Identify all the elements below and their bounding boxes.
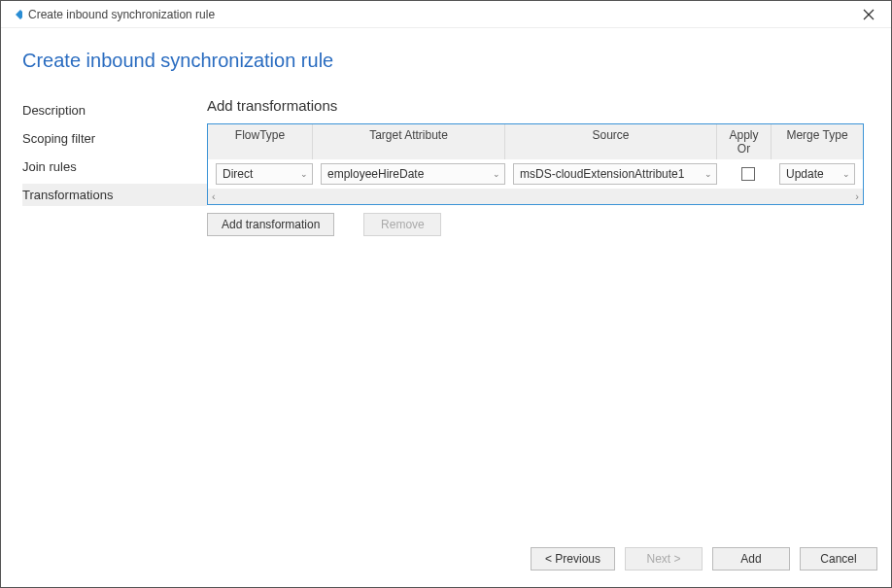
add-button[interactable]: Add — [712, 547, 790, 571]
previous-button[interactable]: < Previous — [531, 547, 615, 571]
chevron-down-icon: ⌄ — [704, 169, 712, 179]
page-title: Create inbound synchronization rule — [22, 50, 891, 72]
col-header-merge: Merge Type — [772, 124, 863, 159]
chevron-down-icon: ⌄ — [300, 169, 308, 179]
merge-type-dropdown[interactable]: Update ⌄ — [779, 163, 855, 185]
target-attribute-dropdown[interactable]: employeeHireDate ⌄ — [321, 163, 505, 185]
col-header-target: Target Attribute — [313, 124, 505, 159]
col-header-source: Source — [505, 124, 717, 159]
horizontal-scrollbar[interactable]: ‹ › — [208, 189, 863, 204]
col-header-apply-once: Apply Or — [717, 124, 772, 159]
sidebar-item-join-rules[interactable]: Join rules — [22, 156, 207, 178]
flowtype-dropdown[interactable]: Direct ⌄ — [216, 163, 313, 185]
remove-transformation-button[interactable]: Remove — [363, 213, 441, 236]
col-header-flowtype: FlowType — [208, 124, 313, 159]
sidebar-item-scoping-filter[interactable]: Scoping filter — [22, 127, 207, 150]
transformations-grid: FlowType Target Attribute Source Apply O… — [207, 123, 864, 205]
sidebar-item-description[interactable]: Description — [22, 99, 207, 121]
wizard-footer: < Previous Next > Add Cancel — [1, 538, 891, 587]
next-button[interactable]: Next > — [625, 547, 703, 571]
close-icon[interactable] — [854, 1, 883, 27]
svg-rect-0 — [16, 10, 22, 19]
source-value: msDS-cloudExtensionAttribute1 — [520, 167, 684, 181]
chevron-down-icon: ⌄ — [842, 169, 850, 179]
add-transformation-button[interactable]: Add transformation — [207, 213, 334, 236]
grid-header: FlowType Target Attribute Source Apply O… — [208, 124, 863, 159]
sidebar-item-label: Description — [22, 103, 86, 118]
sidebar-item-label: Transformations — [22, 188, 113, 202]
sidebar: Description Scoping filter Join rules Tr… — [22, 97, 207, 538]
chevron-down-icon: ⌄ — [493, 169, 500, 179]
grid-row: Direct ⌄ employeeHireDate ⌄ msDS-cloudEx… — [208, 159, 863, 189]
app-icon — [9, 8, 22, 21]
flowtype-value: Direct — [223, 167, 253, 181]
target-value: employeeHireDate — [327, 167, 424, 181]
sidebar-item-label: Join rules — [22, 159, 77, 174]
cancel-button[interactable]: Cancel — [800, 547, 877, 571]
window-title: Create inbound synchronization rule — [28, 8, 854, 21]
section-title: Add transformations — [207, 97, 864, 114]
apply-once-checkbox[interactable] — [741, 167, 755, 181]
titlebar: Create inbound synchronization rule — [1, 1, 891, 28]
merge-value: Update — [786, 167, 824, 181]
sidebar-item-transformations[interactable]: Transformations — [22, 184, 207, 206]
transformations-pane: Add transformations FlowType Target Attr… — [207, 97, 891, 538]
scroll-left-icon[interactable]: ‹ — [212, 190, 216, 202]
source-dropdown[interactable]: msDS-cloudExtensionAttribute1 ⌄ — [513, 163, 717, 185]
scroll-right-icon[interactable]: › — [855, 190, 859, 202]
sidebar-item-label: Scoping filter — [22, 131, 95, 146]
